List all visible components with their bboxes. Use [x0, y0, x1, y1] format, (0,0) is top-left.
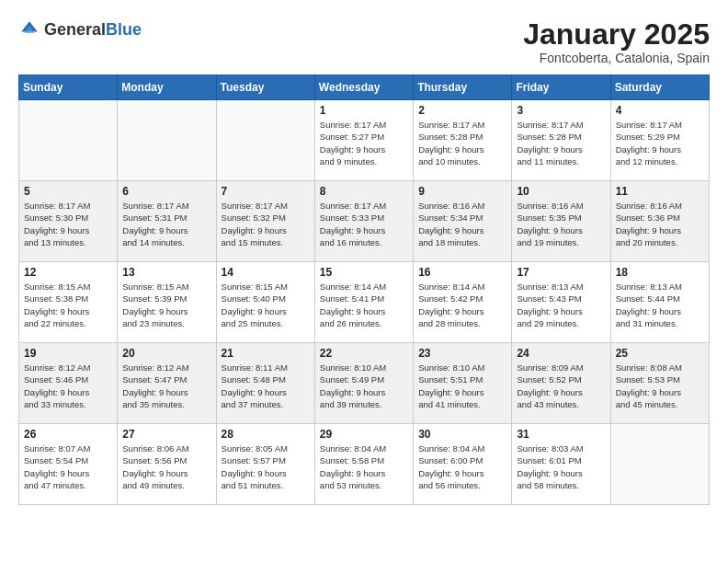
calendar-day: 9Sunrise: 8:16 AMSunset: 5:34 PMDaylight…: [414, 181, 512, 262]
day-number: 24: [517, 347, 605, 360]
calendar-day: 28Sunrise: 8:05 AMSunset: 5:57 PMDayligh…: [216, 424, 314, 505]
day-info: Sunrise: 8:17 AMSunset: 5:31 PMDaylight:…: [122, 200, 210, 248]
weekday-header-row: SundayMondayTuesdayWednesdayThursdayFrid…: [19, 75, 710, 100]
day-number: 20: [122, 347, 210, 360]
calendar-week-1: 1Sunrise: 8:17 AMSunset: 5:27 PMDaylight…: [19, 100, 710, 181]
day-number: 29: [320, 428, 408, 441]
calendar-day: 15Sunrise: 8:14 AMSunset: 5:41 PMDayligh…: [314, 262, 413, 343]
day-number: 9: [418, 185, 506, 198]
title-block: January 2025 Fontcoberta, Catalonia, Spa…: [523, 18, 710, 65]
calendar-day: 23Sunrise: 8:10 AMSunset: 5:51 PMDayligh…: [414, 343, 512, 424]
day-number: 30: [418, 428, 506, 441]
day-info: Sunrise: 8:16 AMSunset: 5:35 PMDaylight:…: [517, 200, 605, 248]
day-info: Sunrise: 8:16 AMSunset: 5:34 PMDaylight:…: [418, 200, 506, 248]
weekday-header-friday: Friday: [512, 75, 610, 100]
day-info: Sunrise: 8:10 AMSunset: 5:49 PMDaylight:…: [320, 362, 408, 410]
day-number: 7: [222, 185, 310, 198]
calendar-day: 26Sunrise: 8:07 AMSunset: 5:54 PMDayligh…: [19, 424, 118, 505]
day-info: Sunrise: 8:16 AMSunset: 5:36 PMDaylight:…: [616, 200, 704, 248]
calendar-day: 5Sunrise: 8:17 AMSunset: 5:30 PMDaylight…: [19, 181, 118, 262]
month-title: January 2025: [523, 18, 710, 51]
day-info: Sunrise: 8:17 AMSunset: 5:33 PMDaylight:…: [320, 200, 408, 248]
day-number: 12: [24, 266, 112, 279]
calendar-day: 20Sunrise: 8:12 AMSunset: 5:47 PMDayligh…: [118, 343, 216, 424]
day-number: 15: [320, 266, 408, 279]
weekday-header-sunday: Sunday: [19, 75, 118, 100]
calendar-day: [610, 424, 709, 505]
calendar-day: [118, 100, 216, 181]
day-info: Sunrise: 8:15 AMSunset: 5:39 PMDaylight:…: [122, 281, 210, 329]
day-number: 13: [122, 266, 210, 279]
day-info: Sunrise: 8:12 AMSunset: 5:46 PMDaylight:…: [24, 362, 112, 410]
day-number: 17: [517, 266, 605, 279]
calendar-day: 11Sunrise: 8:16 AMSunset: 5:36 PMDayligh…: [610, 181, 709, 262]
calendar-day: 16Sunrise: 8:14 AMSunset: 5:42 PMDayligh…: [414, 262, 512, 343]
calendar-day: 22Sunrise: 8:10 AMSunset: 5:49 PMDayligh…: [314, 343, 413, 424]
day-info: Sunrise: 8:04 AMSunset: 6:00 PMDaylight:…: [418, 442, 506, 491]
day-info: Sunrise: 8:17 AMSunset: 5:32 PMDaylight:…: [222, 200, 310, 248]
calendar-day: 1Sunrise: 8:17 AMSunset: 5:27 PMDaylight…: [314, 100, 413, 181]
calendar-day: 31Sunrise: 8:03 AMSunset: 6:01 PMDayligh…: [512, 424, 610, 505]
day-info: Sunrise: 8:08 AMSunset: 5:53 PMDaylight:…: [616, 362, 704, 410]
calendar-day: 14Sunrise: 8:15 AMSunset: 5:40 PMDayligh…: [216, 262, 314, 343]
day-info: Sunrise: 8:17 AMSunset: 5:27 PMDaylight:…: [320, 119, 408, 167]
calendar-day: 12Sunrise: 8:15 AMSunset: 5:38 PMDayligh…: [19, 262, 118, 343]
calendar-day: 18Sunrise: 8:13 AMSunset: 5:44 PMDayligh…: [610, 262, 709, 343]
calendar-day: 7Sunrise: 8:17 AMSunset: 5:32 PMDaylight…: [216, 181, 314, 262]
weekday-header-tuesday: Tuesday: [216, 75, 314, 100]
day-number: 18: [616, 266, 704, 279]
calendar-day: 19Sunrise: 8:12 AMSunset: 5:46 PMDayligh…: [19, 343, 118, 424]
day-number: 11: [616, 185, 704, 198]
calendar-week-5: 26Sunrise: 8:07 AMSunset: 5:54 PMDayligh…: [19, 424, 710, 505]
day-info: Sunrise: 8:14 AMSunset: 5:42 PMDaylight:…: [418, 281, 506, 329]
calendar-week-2: 5Sunrise: 8:17 AMSunset: 5:30 PMDaylight…: [19, 181, 710, 262]
calendar-day: 8Sunrise: 8:17 AMSunset: 5:33 PMDaylight…: [314, 181, 413, 262]
day-info: Sunrise: 8:05 AMSunset: 5:57 PMDaylight:…: [222, 442, 310, 491]
calendar-day: 13Sunrise: 8:15 AMSunset: 5:39 PMDayligh…: [118, 262, 216, 343]
day-number: 4: [616, 104, 704, 117]
day-info: Sunrise: 8:17 AMSunset: 5:28 PMDaylight:…: [517, 119, 605, 167]
calendar-week-3: 12Sunrise: 8:15 AMSunset: 5:38 PMDayligh…: [19, 262, 710, 343]
day-info: Sunrise: 8:06 AMSunset: 5:56 PMDaylight:…: [122, 442, 210, 491]
day-number: 26: [24, 428, 112, 441]
logo-text-general: General: [44, 20, 106, 39]
day-number: 23: [418, 347, 506, 360]
day-number: 10: [517, 185, 605, 198]
calendar-day: 27Sunrise: 8:06 AMSunset: 5:56 PMDayligh…: [118, 424, 216, 505]
calendar-day: 17Sunrise: 8:13 AMSunset: 5:43 PMDayligh…: [512, 262, 610, 343]
location: Fontcoberta, Catalonia, Spain: [523, 51, 710, 65]
calendar-table: SundayMondayTuesdayWednesdayThursdayFrid…: [18, 75, 710, 505]
calendar-day: 3Sunrise: 8:17 AMSunset: 5:28 PMDaylight…: [512, 100, 610, 181]
calendar-day: 24Sunrise: 8:09 AMSunset: 5:52 PMDayligh…: [512, 343, 610, 424]
calendar-day: 10Sunrise: 8:16 AMSunset: 5:35 PMDayligh…: [512, 181, 610, 262]
calendar-day: 25Sunrise: 8:08 AMSunset: 5:53 PMDayligh…: [610, 343, 709, 424]
day-info: Sunrise: 8:03 AMSunset: 6:01 PMDaylight:…: [517, 442, 605, 491]
weekday-header-wednesday: Wednesday: [314, 75, 413, 100]
day-info: Sunrise: 8:07 AMSunset: 5:54 PMDaylight:…: [24, 442, 112, 491]
day-number: 5: [24, 185, 112, 198]
calendar-day: 2Sunrise: 8:17 AMSunset: 5:28 PMDaylight…: [414, 100, 512, 181]
day-info: Sunrise: 8:13 AMSunset: 5:44 PMDaylight:…: [616, 281, 704, 329]
day-number: 27: [122, 428, 210, 441]
calendar-day: [216, 100, 314, 181]
day-info: Sunrise: 8:17 AMSunset: 5:30 PMDaylight:…: [24, 200, 112, 248]
day-info: Sunrise: 8:09 AMSunset: 5:52 PMDaylight:…: [517, 362, 605, 410]
weekday-header-monday: Monday: [118, 75, 216, 100]
day-number: 19: [24, 347, 112, 360]
day-number: 22: [320, 347, 408, 360]
day-number: 21: [222, 347, 310, 360]
day-number: 31: [517, 428, 605, 441]
logo-text-blue: Blue: [106, 20, 142, 39]
day-info: Sunrise: 8:13 AMSunset: 5:43 PMDaylight:…: [517, 281, 605, 329]
day-info: Sunrise: 8:12 AMSunset: 5:47 PMDaylight:…: [122, 362, 210, 410]
day-info: Sunrise: 8:14 AMSunset: 5:41 PMDaylight:…: [320, 281, 408, 329]
calendar-day: 21Sunrise: 8:11 AMSunset: 5:48 PMDayligh…: [216, 343, 314, 424]
calendar-day: 6Sunrise: 8:17 AMSunset: 5:31 PMDaylight…: [118, 181, 216, 262]
day-info: Sunrise: 8:17 AMSunset: 5:29 PMDaylight:…: [616, 119, 704, 167]
day-info: Sunrise: 8:04 AMSunset: 5:58 PMDaylight:…: [320, 442, 408, 491]
day-number: 16: [418, 266, 506, 279]
day-number: 3: [517, 104, 605, 117]
calendar-week-4: 19Sunrise: 8:12 AMSunset: 5:46 PMDayligh…: [19, 343, 710, 424]
day-info: Sunrise: 8:10 AMSunset: 5:51 PMDaylight:…: [418, 362, 506, 410]
weekday-header-thursday: Thursday: [414, 75, 512, 100]
